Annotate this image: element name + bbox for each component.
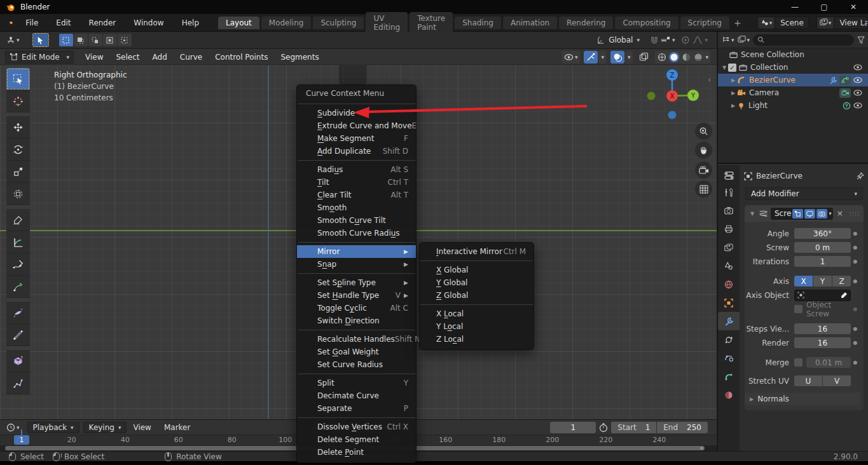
zoom-view-button[interactable] — [695, 123, 712, 140]
select-mode-new[interactable] — [59, 34, 73, 46]
stretch-v-button[interactable]: V — [823, 375, 851, 386]
menu-item-z-local[interactable]: Z Local — [420, 333, 534, 346]
workspace-tab-modeling[interactable]: Modeling — [261, 17, 312, 29]
playback-menu[interactable]: Playback▾ — [27, 422, 79, 433]
workspace-tab-layout[interactable]: Layout — [218, 17, 259, 29]
tool-draw[interactable] — [6, 253, 30, 276]
eyedropper-icon[interactable] — [840, 292, 848, 299]
menu-render[interactable]: Render — [80, 18, 125, 27]
menu-item-smooth-curve-tilt[interactable]: Smooth Curve Tilt — [297, 214, 416, 227]
active-tool-button[interactable] — [32, 33, 49, 47]
proportional-editing-icon[interactable] — [681, 36, 690, 44]
collection-checkbox[interactable]: ✓ — [728, 64, 736, 72]
tool-select-box[interactable] — [6, 68, 30, 90]
menu-item-smooth[interactable]: Smooth — [297, 201, 416, 214]
tab-particles[interactable] — [718, 330, 740, 349]
angle-field[interactable]: 360° — [794, 228, 851, 239]
menu-item-set-handle-type[interactable]: Set Handle TypeV▶ — [297, 289, 416, 302]
screw-field[interactable]: 0 m — [794, 242, 851, 253]
menu-item-toggle-cyclic[interactable]: Toggle CyclicAlt C — [297, 302, 416, 314]
beziercurve-hide-icon[interactable] — [853, 77, 862, 83]
outliner-row-scene-collection[interactable]: Scene Collection — [718, 48, 868, 61]
iterations-animate-dot[interactable]: ● — [851, 259, 860, 264]
proportional-falloff-dropdown[interactable]: ▾ — [692, 36, 708, 44]
axis-x-button[interactable]: X — [794, 276, 813, 286]
viewport-menu-control-points[interactable]: Control Points — [209, 53, 274, 62]
view-layer-icon[interactable]: ▾ — [817, 17, 835, 29]
add-workspace-button[interactable]: + — [729, 18, 746, 28]
transform-orientation-dropdown[interactable]: Global ▾ — [593, 34, 644, 46]
timeline-view-menu[interactable]: View — [127, 423, 157, 432]
tab-modifiers[interactable] — [718, 312, 740, 330]
tool-extrude-region[interactable] — [6, 350, 30, 372]
screw-animate-dot[interactable]: ● — [851, 245, 860, 250]
menu-item-radius[interactable]: RadiusAlt S — [297, 163, 416, 176]
camera-view-button[interactable] — [695, 161, 712, 179]
select-mode-intersect[interactable] — [118, 34, 132, 46]
shading-material[interactable] — [681, 52, 691, 62]
tool-randomize[interactable] — [6, 324, 30, 346]
collapse-panel-icon[interactable]: ‹ — [708, 76, 711, 84]
menu-window[interactable]: Window — [125, 18, 172, 27]
current-frame-field[interactable]: 1 — [550, 422, 596, 433]
outliner-row-beziercurve[interactable]: ▶ BezierCurve — [718, 74, 868, 86]
xray-toggle[interactable] — [637, 51, 651, 64]
viewport-menu-add[interactable]: Add — [146, 53, 174, 62]
iterations-field[interactable]: 1 — [794, 256, 851, 267]
viewport-menu-select[interactable]: Select — [109, 53, 146, 62]
workspace-tab-uv-editing[interactable]: UV Editing — [366, 12, 408, 34]
frame-start-field[interactable]: Start1 — [611, 422, 656, 433]
pin-icon[interactable] — [857, 172, 864, 180]
menu-item-extrude-curve-and-move[interactable]: Extrude Curve and MoveE — [297, 119, 416, 132]
viewport-menu-view[interactable]: View — [79, 53, 109, 62]
mode-dropdown[interactable]: Edit Mode ▾ — [5, 51, 74, 64]
modifier-editmode-toggle[interactable] — [792, 209, 803, 219]
menu-item-tilt[interactable]: TiltCtrl T — [297, 176, 416, 189]
tab-properties-editor-dropdown[interactable] — [718, 168, 740, 183]
outliner-row-light[interactable]: ▶ Light — [718, 99, 868, 112]
workspace-tab-animation[interactable]: Animation — [503, 17, 557, 29]
overlays-dropdown[interactable]: ▾ — [625, 51, 633, 64]
angle-animate-dot[interactable]: ● — [851, 231, 860, 236]
orientation-gizmo[interactable]: Z X Y — [642, 65, 712, 129]
menu-item-delete-point[interactable]: Delete Point — [297, 446, 416, 459]
tool-rotate[interactable] — [6, 138, 30, 161]
stretch-u-button[interactable]: U — [794, 375, 822, 386]
overlays-toggle[interactable] — [610, 51, 624, 64]
axis-animate-dot[interactable]: ● — [851, 278, 860, 284]
shading-solid[interactable] — [669, 52, 679, 62]
light-data-badge[interactable] — [843, 102, 851, 110]
menu-item-y-local[interactable]: Y Local — [420, 320, 534, 333]
breadcrumb-object-name[interactable]: BezierCurve — [756, 172, 803, 180]
modifier-render-toggle[interactable] — [816, 209, 827, 219]
tool-annotate[interactable] — [6, 209, 30, 231]
modifier-expand-icon[interactable]: ▼ — [748, 211, 756, 217]
close-button[interactable]: ✕ — [839, 0, 868, 14]
tab-output[interactable] — [718, 220, 740, 238]
tool-measure[interactable] — [6, 231, 30, 253]
outliner-row-collection[interactable]: ▼ ✓ Collection — [718, 61, 868, 74]
outliner-display-mode-dropdown[interactable]: ▾ — [738, 36, 750, 44]
axis-z-button[interactable]: Z — [832, 276, 851, 286]
timeline-marker-menu[interactable]: Marker — [158, 423, 196, 432]
outliner-row-camera[interactable]: ▶ Camera — [718, 86, 868, 99]
axis-object-field[interactable] — [794, 290, 851, 301]
tool-make-segment[interactable] — [6, 372, 30, 394]
menu-item-clear-tilt[interactable]: Clear TiltAlt T — [297, 189, 416, 201]
menu-item-make-segment[interactable]: Make SegmentF — [297, 132, 416, 145]
menu-item-add-duplicate[interactable]: Add DuplicateShift D — [297, 145, 416, 158]
curve-data-badge[interactable] — [839, 76, 851, 85]
tab-scene[interactable] — [718, 257, 740, 275]
merge-distance-field[interactable]: 0.01 m — [806, 357, 851, 368]
modifier-delete-button[interactable]: × — [837, 209, 843, 218]
tool-tilt[interactable] — [6, 302, 30, 324]
workspace-tab-compositing[interactable]: Compositing — [615, 17, 678, 29]
blender-menu-logo-icon[interactable] — [9, 18, 13, 27]
menu-file[interactable]: File — [17, 18, 47, 27]
workspace-tab-shading[interactable]: Shading — [455, 17, 501, 29]
merge-animate-dot[interactable]: ● — [851, 360, 860, 365]
maximize-button[interactable]: ▢ — [809, 0, 839, 14]
light-expand-icon[interactable]: ▶ — [729, 103, 737, 109]
camera-data-badge[interactable] — [839, 88, 851, 98]
menu-item-smooth-curve-radius[interactable]: Smooth Curve Radius — [297, 227, 416, 239]
